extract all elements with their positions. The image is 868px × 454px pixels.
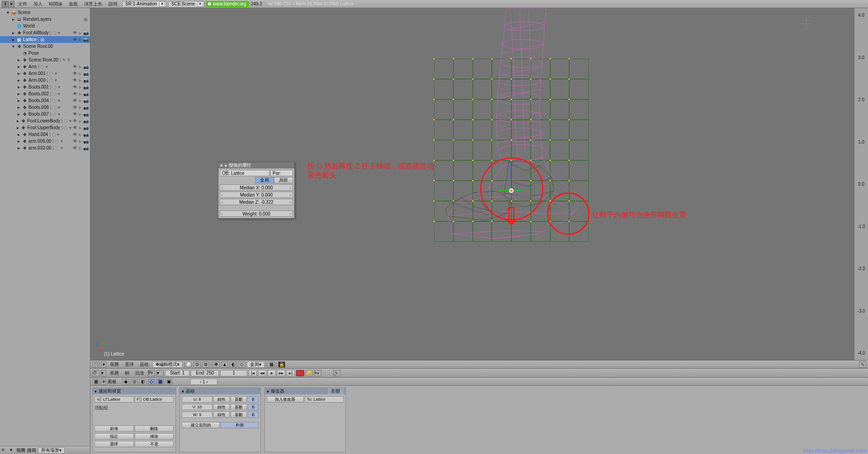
context-object-icon[interactable]: ◇ — [148, 379, 155, 385]
current-frame-field[interactable]: 1 — [220, 370, 247, 376]
ob-name-field[interactable]: OB: Lattice — [220, 170, 269, 176]
close-icon[interactable]: × — [220, 163, 223, 168]
start-frame-field[interactable]: Start: 1 — [165, 370, 189, 376]
vg-select-button[interactable]: 選擇 — [94, 441, 134, 447]
outside-button[interactable]: 外側 — [221, 422, 259, 428]
tl-menu-frame[interactable]: 幀 — [123, 370, 132, 376]
autokey-button[interactable] — [296, 370, 304, 376]
tri-icon[interactable]: ▾ — [94, 389, 97, 394]
jump-end-button[interactable]: ▸| — [287, 370, 295, 376]
context-scene-icon[interactable]: ▣ — [165, 379, 172, 385]
v-card-button[interactable]: 基數 — [231, 404, 247, 410]
panel-header[interactable]: × ▾ 變換的屬性 — [218, 162, 294, 168]
lattice-datablock-field[interactable]: LT:Lattice — [101, 396, 134, 403]
pulldown-icon[interactable]: ▾ — [101, 361, 106, 368]
blender-url[interactable]: www.blender.org — [205, 1, 249, 7]
outliner-row[interactable]: ▸✥Boots.006 | ◌ ▾👁▹📷 — [0, 104, 90, 111]
key-icon[interactable]: 🔑 — [306, 370, 313, 376]
layers-icon[interactable]: ▦ — [268, 361, 275, 368]
menu-game[interactable]: 遊戲 — [66, 1, 80, 7]
menu-render[interactable]: 演算上色 — [81, 1, 105, 7]
context-shading-icon[interactable]: ◐ — [139, 379, 146, 385]
prev-key-button[interactable]: ◂◂ — [258, 370, 266, 376]
outliner-row[interactable]: ◔Pose — [0, 50, 90, 56]
outliner-row[interactable]: ▸✥Arm.001 | ◌ ▾👁▹📷 — [0, 70, 90, 77]
context-editing-icon[interactable]: ▦ — [156, 379, 164, 385]
mode-selector[interactable]: ✥ 編輯模式 ▾ — [152, 361, 183, 368]
outliner-display-mode[interactable]: 所有場景 ▾ — [38, 447, 65, 454]
end-frame-field[interactable]: End: 250 — [191, 370, 219, 376]
vg-assign-button[interactable]: 指定 — [94, 433, 134, 440]
w-field[interactable]: W: 9 — [182, 412, 212, 418]
menu-help[interactable]: 說明 — [106, 1, 120, 7]
v-b-button[interactable]: B — [248, 404, 259, 410]
vg-remove-button[interactable]: 移除 — [135, 433, 174, 440]
pivot-icon[interactable]: ⊙ — [193, 361, 201, 368]
pr-button[interactable]: Pr — [148, 370, 155, 376]
outliner-row[interactable]: ▸✥Boots.002 | ◌ ▾👁▹📷 — [0, 90, 90, 97]
outliner-row[interactable]: ▸✥Foot:AllBody | ◌ ▾👁▹📷 — [0, 29, 90, 36]
outliner-row[interactable]: ▸✥Hand.004 | ◌ ▾👁▹📷 — [0, 131, 90, 138]
add-modifier-button[interactable]: 加入修改器 — [267, 396, 304, 403]
fake-user-button[interactable]: F — [135, 396, 140, 403]
u-field[interactable]: U: 8 — [182, 396, 212, 403]
buttons-editor-icon[interactable]: ▦ — [92, 379, 99, 385]
outliner-tree[interactable]: ▾📦Scene▸🗂RenderLayers◎🌐World▸✥Foot:AllBo… — [0, 8, 90, 446]
vg-new-button[interactable]: 新增 — [94, 426, 134, 432]
local-button[interactable]: 局部 — [274, 177, 293, 183]
outliner-row[interactable]: ▸✥Foot:UpperBody | ◌ ▾👁▹📷 — [0, 124, 90, 131]
lock-icon[interactable]: 🔒 — [278, 361, 285, 368]
w-b-button[interactable]: B — [248, 412, 259, 418]
outliner-row[interactable]: ▾✥Scene Root.00 — [0, 43, 90, 50]
parent-field[interactable]: Par: — [270, 170, 293, 176]
context-script-icon[interactable]: ◎ — [131, 379, 138, 385]
next-key-button[interactable]: ▸▸ — [277, 370, 285, 376]
w-lin-button[interactable]: 線性 — [213, 412, 230, 418]
orientation-selector[interactable]: 全局 ▾ — [247, 361, 264, 368]
outliner-row[interactable]: ▸✥Scene Root.00 | ✎ ↯ — [0, 56, 90, 63]
shapes-tab[interactable]: 形變 — [327, 388, 344, 394]
scene-tab[interactable]: SCE:Scene× — [168, 1, 204, 7]
close-icon[interactable]: × — [160, 1, 165, 7]
outliner-row[interactable]: ▾📦Scene — [0, 9, 90, 16]
v3d-menu-lattice[interactable]: 晶格 — [137, 361, 151, 368]
tl-menu-view[interactable]: 視圖 — [108, 370, 121, 376]
v-field[interactable]: V: 10 — [182, 404, 212, 410]
play-button[interactable]: ▸ — [268, 370, 276, 376]
menu-add[interactable]: 加入 — [31, 1, 45, 7]
v3d-menu-view[interactable]: 視圖 — [108, 361, 121, 368]
info-icon[interactable]: i — [2, 1, 9, 7]
global-button[interactable]: 全局 — [255, 177, 274, 183]
outliner-row[interactable]: 🌐World — [0, 23, 90, 29]
w-card-button[interactable]: 基數 — [231, 412, 247, 418]
median-z-field[interactable]: Median Z: -0.322 — [220, 199, 293, 205]
view3d-canvas[interactable]: 按 G 然后再按 Z 往下移动，或直接拉动蓝色箭头 让鞋子内侧符合身形脚跟位置 … — [90, 8, 868, 360]
btn-menu-panel[interactable]: 面板 — [108, 379, 117, 385]
ob-name-field[interactable]: OB:Lattice — [141, 396, 174, 403]
menu-file[interactable]: 文件 — [15, 1, 30, 7]
v3d-menu-select[interactable]: 選擇 — [123, 361, 136, 368]
outliner-menu-view[interactable]: 視圖 — [16, 447, 25, 454]
pulldown-icon[interactable]: ▾ — [10, 447, 14, 453]
audio-icon[interactable]: 🔊 — [333, 370, 340, 376]
key-menu-icon[interactable]: 🗝 — [314, 370, 321, 376]
window-type-pulldown[interactable]: ▾ — [10, 1, 14, 7]
proportional-icon[interactable]: ∿ — [859, 361, 866, 368]
translate-icon[interactable]: ▲ — [221, 361, 228, 368]
tri-icon[interactable]: ▾ — [267, 389, 269, 394]
view3d-editor-icon[interactable]: ⬚ — [92, 361, 99, 368]
close-icon[interactable]: × — [198, 1, 203, 7]
screen-tab[interactable]: SR:1-Animation× — [122, 1, 166, 7]
manipulator-toggle[interactable]: ✥ — [212, 361, 220, 368]
u-card-button[interactable]: 基數 — [231, 396, 247, 403]
tl-menu-playback[interactable]: 回放 — [133, 370, 146, 376]
tri-icon[interactable]: ▾ — [182, 389, 184, 394]
context-logic-icon[interactable]: ◉ — [122, 379, 129, 385]
outliner-row[interactable]: ▸✥Boots.007 | ◌ ▾👁▹📷 — [0, 111, 90, 117]
make-regular-button[interactable]: 建立規則的 — [182, 422, 220, 428]
outliner-row[interactable]: ▸✥arm.010.00 | ◌ ▾👁▹📷 — [0, 145, 90, 151]
outliner-row[interactable]: ▸🗂RenderLayers◎ — [0, 16, 90, 23]
sync-icon[interactable]: ▾ — [156, 370, 164, 376]
datablock-icon[interactable]: ≡ — [94, 396, 100, 403]
outliner-row[interactable]: ▸✥arm.009.00 | ◌ ▾👁▹📷 — [0, 138, 90, 145]
